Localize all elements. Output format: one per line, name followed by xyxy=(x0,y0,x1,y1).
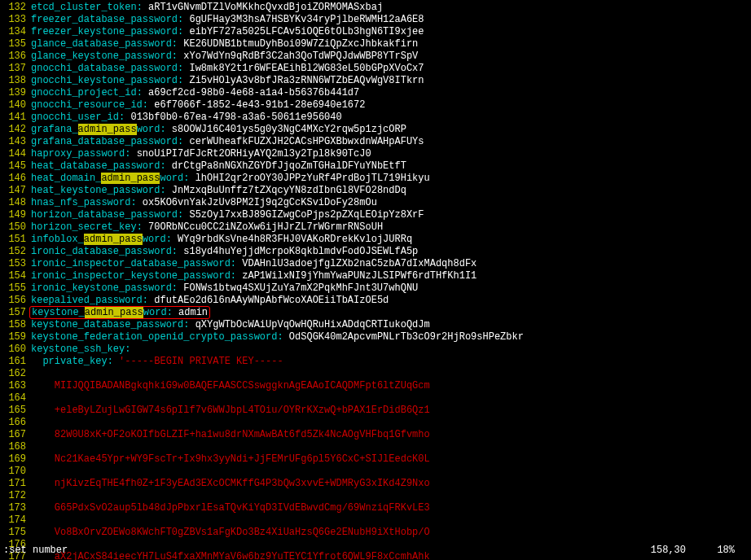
line-content: private_key: '-----BEGIN PRIVATE KEY----… xyxy=(31,356,283,368)
line-number: 171 xyxy=(0,478,26,490)
line-number: 142 xyxy=(0,124,26,136)
editor-line[interactable]: 152ironic_database_password: s18yd4huYej… xyxy=(0,246,751,258)
line-content: +eleByLZujLwGIGW74s6pIlf7v6WWJbpL4TOiu/O… xyxy=(31,405,430,417)
editor-line[interactable]: 138gnocchi_keystone_password: Zi5vHOlyA3… xyxy=(0,75,751,87)
editor-line[interactable]: 148hnas_nfs_password: ox5KO6vnYakJzUv8PM… xyxy=(0,197,751,209)
line-number: 152 xyxy=(0,246,26,258)
line-content: horizon_database_password: S5zOyl7xxBJ89… xyxy=(31,209,424,221)
line-content: infoblox_admin_password: WYq9rbdKsVne4h8… xyxy=(31,234,412,246)
line-content: aX2jACxS84ieecYH7LuS4fxaXMnMYaV6w6bz9YuT… xyxy=(31,551,430,560)
editor-line[interactable]: 159keystone_federation_openid_crypto_pas… xyxy=(0,331,751,343)
editor-line[interactable]: 143grafana_database_password: cerWUheafk… xyxy=(0,136,751,148)
line-number: 174 xyxy=(0,514,26,527)
line-content: gnocchi_resource_id: e6f7066f-1852-4e43-… xyxy=(31,99,365,112)
line-content: njKivzEqTHE4fh0Z+1F3yEAd3EXcOCMKffG4P3bQ… xyxy=(31,478,430,490)
line-content: gnocchi_database_password: Iw8mk8Y2t1r6W… xyxy=(31,63,424,75)
line-number: 163 xyxy=(0,380,26,392)
editor-line[interactable]: 158keystone_database_password: qXYgWTbOc… xyxy=(0,319,751,331)
editor-line[interactable]: 165 +eleByLZujLwGIGW74s6pIlf7v6WWJbpL4TO… xyxy=(0,405,751,417)
editor-line[interactable]: 149horizon_database_password: S5zOyl7xxB… xyxy=(0,209,751,221)
line-number: 168 xyxy=(0,441,26,453)
cursor-position: 158,30 xyxy=(651,545,686,557)
line-content: horizon_secret_key: 70ORbNCcu0CC2iNZoXw6… xyxy=(31,221,383,234)
vim-command-line[interactable]: :set number xyxy=(3,545,68,557)
editor-line[interactable]: 168 xyxy=(0,441,751,453)
line-number: 151 xyxy=(0,234,26,246)
line-number: 144 xyxy=(0,148,26,160)
line-number: 155 xyxy=(0,282,26,295)
editor-line[interactable]: 151infoblox_admin_password: WYq9rbdKsVne… xyxy=(0,234,751,246)
line-content: etcd_cluster_token: aRT1vGNvmDTZlVoMKkhc… xyxy=(31,2,383,14)
editor-line[interactable]: 147heat_keystone_password: JnMzxqBuUnffz… xyxy=(0,185,751,197)
line-content: heat_database_password: drCtgPa8nNGXhZGY… xyxy=(31,160,406,173)
editor-line[interactable]: 160keystone_ssh_key: xyxy=(0,343,751,356)
editor-line[interactable]: 177 aX2jACxS84ieecYH7LuS4fxaXMnMYaV6w6bz… xyxy=(0,551,751,560)
line-content: freezer_keystone_password: eibYF727a5025… xyxy=(31,26,424,38)
editor-line[interactable]: 162 xyxy=(0,368,751,380)
line-content: grafana_database_password: cerWUheafkFUZ… xyxy=(31,136,424,148)
line-content: ironic_database_password: s18yd4huYejjdM… xyxy=(31,246,418,258)
line-number: 134 xyxy=(0,26,26,38)
editor-line[interactable]: 154ironic_inspector_keystone_password: z… xyxy=(0,270,751,282)
editor-line[interactable]: 171 njKivzEqTHE4fh0Z+1F3yEAd3EXcOCMKffG4… xyxy=(0,478,751,490)
line-number: 172 xyxy=(0,490,26,502)
line-number: 147 xyxy=(0,185,26,197)
line-number: 159 xyxy=(0,331,26,343)
editor-line[interactable]: 132etcd_cluster_token: aRT1vGNvmDTZlVoMK… xyxy=(0,2,751,14)
editor-line[interactable]: 176 xyxy=(0,539,751,551)
scroll-percent: 18% xyxy=(717,545,735,557)
line-number: 156 xyxy=(0,295,26,307)
editor-line[interactable]: 163 MIIJQQIBADANBgkqhkiG9w0BAQEFAASCCSsw… xyxy=(0,380,751,392)
line-content: haproxy_password: snoUiPI7dFJcRt2ORHiyAY… xyxy=(31,148,371,160)
line-content: grafana_admin_password: s8OOWJ16C401ys5g… xyxy=(31,124,406,136)
line-number: 135 xyxy=(0,38,26,50)
editor-line[interactable]: 170 xyxy=(0,466,751,478)
editor-line[interactable]: 155ironic_keystone_password: FONWs1btwq4… xyxy=(0,282,751,295)
line-number: 153 xyxy=(0,258,26,270)
line-number: 154 xyxy=(0,270,26,282)
editor-line[interactable]: 153ironic_inspector_database_password: V… xyxy=(0,258,751,270)
editor-line[interactable]: 134freezer_keystone_password: eibYF727a5… xyxy=(0,26,751,38)
editor-line[interactable]: 137gnocchi_database_password: Iw8mk8Y2t1… xyxy=(0,63,751,75)
editor-line[interactable]: 164 xyxy=(0,392,751,405)
editor-line[interactable]: 156keepalived_password: dfutAEo2d6l6nAAy… xyxy=(0,295,751,307)
editor-line[interactable]: 135glance_database_password: KE26UDNB1bt… xyxy=(0,38,751,50)
line-number: 164 xyxy=(0,392,26,405)
editor-line[interactable]: 161 private_key: '-----BEGIN PRIVATE KEY… xyxy=(0,356,751,368)
line-number: 139 xyxy=(0,87,26,99)
line-number: 149 xyxy=(0,209,26,221)
line-number: 166 xyxy=(0,417,26,429)
editor-line[interactable]: 146heat_domain_admin_password: lhOHI2qr2… xyxy=(0,173,751,185)
editor-line[interactable]: 141gnocchi_user_id: 013bf0b0-67ea-4798-a… xyxy=(0,112,751,124)
editor-line[interactable]: 169 Nc21Kae45Ypr+WY9FscTr+Ix9hx3yyNdi+Jj… xyxy=(0,453,751,466)
line-number: 140 xyxy=(0,99,26,112)
line-number: 160 xyxy=(0,343,26,356)
editor-line[interactable]: 144haproxy_password: snoUiPI7dFJcRt2ORHi… xyxy=(0,148,751,160)
editor-line[interactable]: 145heat_database_password: drCtgPa8nNGXh… xyxy=(0,160,751,173)
line-content: ironic_keystone_password: FONWs1btwq4SXU… xyxy=(31,282,418,295)
code-editor[interactable]: 132etcd_cluster_token: aRT1vGNvmDTZlVoMK… xyxy=(0,0,751,560)
line-number: 169 xyxy=(0,453,26,466)
editor-line[interactable]: 140gnocchi_resource_id: e6f7066f-1852-4e… xyxy=(0,99,751,112)
line-number: 132 xyxy=(0,2,26,14)
editor-line[interactable]: 157keystone_admin_password: admin xyxy=(0,307,751,319)
line-number: 170 xyxy=(0,466,26,478)
editor-line[interactable]: 139gnocchi_project_id: a69cf2cd-98b0-4e6… xyxy=(0,87,751,99)
line-content: MIIJQQIBADANBgkqhkiG9w0BAQEFAASCCSswggkn… xyxy=(31,380,430,392)
editor-line[interactable]: 175 Vo8BxOrvZOEWo8KWchFT0gZBVs1aFgKDo3Bz… xyxy=(0,527,751,539)
line-content: glance_database_password: KE26UDNB1btmuD… xyxy=(31,38,418,50)
editor-line[interactable]: 166 xyxy=(0,417,751,429)
editor-line[interactable]: 133freezer_database_password: 6gUFHay3M3… xyxy=(0,14,751,26)
line-number: 173 xyxy=(0,502,26,514)
line-number: 137 xyxy=(0,63,26,75)
editor-line[interactable]: 174 xyxy=(0,514,751,527)
line-content: heat_domain_admin_password: lhOHI2qr2roO… xyxy=(31,173,430,185)
editor-line[interactable]: 136glance_keystone_password: xYo7WdYn9qR… xyxy=(0,50,751,63)
editor-line[interactable]: 150horizon_secret_key: 70ORbNCcu0CC2iNZo… xyxy=(0,221,751,234)
editor-line[interactable]: 167 82W0U8xK+OF2oKOIfbGLZIF+ha1wu8drNXmA… xyxy=(0,429,751,441)
editor-line[interactable]: 142grafana_admin_password: s8OOWJ16C401y… xyxy=(0,124,751,136)
line-content: gnocchi_project_id: a69cf2cd-98b0-4e68-a… xyxy=(31,87,359,99)
editor-line[interactable]: 173 G65PdxSvO2aup5lb48dJpPbxrlEsaTQvKiYq… xyxy=(0,502,751,514)
editor-line[interactable]: 172 xyxy=(0,490,751,502)
line-number: 175 xyxy=(0,527,26,539)
